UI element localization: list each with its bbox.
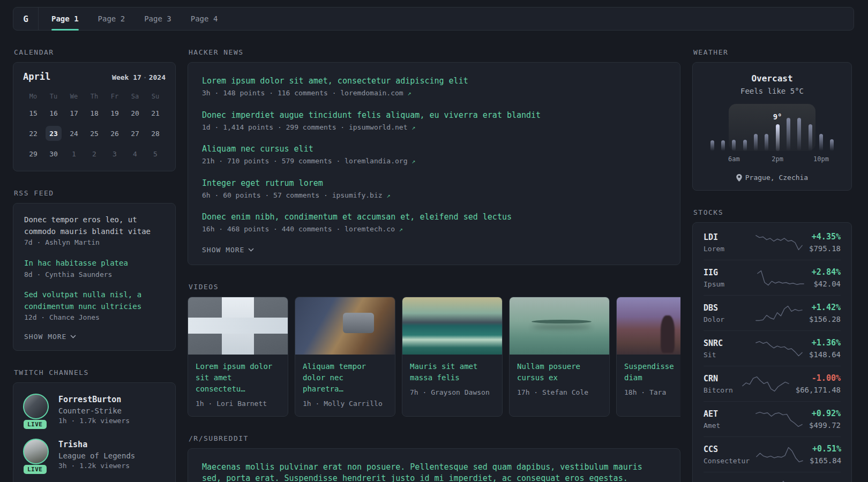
external-link-icon: ↗ bbox=[399, 225, 403, 233]
calendar-day: 27 bbox=[127, 126, 143, 141]
video-title-link[interactable]: Aliquam tempor dolor nec pharetra… bbox=[303, 361, 387, 395]
calendar-day: 2 bbox=[86, 146, 102, 161]
avatar bbox=[23, 439, 49, 464]
stock-sparkline bbox=[754, 304, 804, 322]
weather-bar bbox=[787, 118, 790, 151]
stock-row[interactable]: SNRC Sit +1.36% $148.64 bbox=[704, 330, 841, 366]
calendar-day: 16 bbox=[46, 106, 62, 120]
stock-row[interactable]: LDI Lorem +4.35% $795.18 bbox=[704, 225, 841, 260]
twitch-widget: LIVE ForrestBurton Counter-Strike 1h · 1… bbox=[13, 382, 176, 482]
hn-item-title-link[interactable]: Lorem ipsum dolor sit amet, consectetur … bbox=[202, 76, 666, 87]
videos-section-label: VIDEOS bbox=[189, 283, 680, 291]
hn-item-meta: 16h · 468 points · 440 comments · loremt… bbox=[202, 224, 666, 235]
weather-current-temp: 9° bbox=[773, 112, 782, 121]
video-title-link[interactable]: Nullam posuere cursus ex bbox=[517, 361, 602, 383]
video-card[interactable]: Suspendisse diam 18h · Tara bbox=[616, 297, 680, 417]
channel-game: Counter-Strike bbox=[58, 406, 130, 415]
rss-item-title-link[interactable]: In hac habitasse platea bbox=[24, 258, 164, 269]
video-title-link[interactable]: Mauris sit amet massa felis bbox=[410, 361, 495, 383]
stock-row[interactable]: CRN Bitcorn -1.00% $66,171.48 bbox=[704, 366, 841, 401]
video-meta: 18h · Tara bbox=[624, 387, 680, 398]
channel-meta: 1h · 1.7k viewers bbox=[58, 417, 130, 425]
hn-item-title-link[interactable]: Aliquam nec cursus elit bbox=[202, 144, 666, 155]
hn-item: Lorem ipsum dolor sit amet, consectetur … bbox=[202, 76, 666, 99]
stock-symbol: AET bbox=[704, 409, 749, 419]
external-link-icon: ↗ bbox=[411, 124, 415, 131]
page-tabs: Page 1 Page 2 Page 3 Page 4 bbox=[39, 7, 218, 30]
stock-row[interactable]: DBS Dolor +1.42% $156.28 bbox=[704, 295, 841, 330]
live-badge: LIVE bbox=[24, 465, 47, 474]
reddit-post-title-link[interactable]: Maecenas mollis pulvinar erat non posuer… bbox=[202, 462, 666, 482]
stock-change: +0.51% bbox=[810, 444, 841, 454]
stock-sparkline bbox=[741, 375, 790, 393]
stock-change: -1.00% bbox=[796, 373, 841, 383]
calendar-day: 18 bbox=[86, 106, 102, 120]
external-link-icon: ↗ bbox=[408, 89, 411, 97]
stock-sparkline bbox=[756, 479, 805, 482]
rss-item: Donec tempor eros leo, ut commodo mauris… bbox=[24, 214, 164, 248]
stock-row[interactable]: CCS Consectetur +0.51% $165.84 bbox=[704, 436, 841, 472]
rss-show-more-button[interactable]: SHOW MORE bbox=[24, 333, 76, 341]
channel-game: League of Legends bbox=[58, 451, 135, 460]
stock-row[interactable]: AET Amet +0.92% $499.72 bbox=[704, 401, 841, 436]
stock-name: Amet bbox=[704, 421, 749, 430]
calendar-day: 24 bbox=[66, 126, 82, 141]
twitch-channel-row[interactable]: LIVE Trisha League of Legends 3h · 1.2k … bbox=[23, 439, 166, 470]
weather-time-labels: 6am2pm10pm bbox=[707, 155, 837, 164]
stock-row[interactable]: IIG Ipsum +2.84% $42.04 bbox=[704, 260, 841, 295]
twitch-channel-row[interactable]: LIVE ForrestBurton Counter-Strike 1h · 1… bbox=[23, 394, 166, 425]
video-card[interactable]: Lorem ipsum dolor sit amet consectetu… 1… bbox=[188, 297, 288, 417]
twitch-section-label: TWITCH CHANNELS bbox=[14, 368, 176, 376]
tab-page-2[interactable]: Page 2 bbox=[98, 7, 125, 30]
calendar-day: 20 bbox=[127, 106, 143, 120]
video-meta: 7h · Grayson Dawson bbox=[410, 387, 495, 398]
calendar-day: 22 bbox=[25, 126, 41, 141]
chevron-down-icon bbox=[70, 335, 76, 338]
stock-price: $795.18 bbox=[809, 244, 841, 253]
video-card[interactable]: Nullam posuere cursus ex 17h · Stefan Co… bbox=[509, 297, 610, 417]
calendar-day: 17 bbox=[66, 106, 82, 120]
app-logo[interactable]: G bbox=[13, 7, 39, 30]
hacker-news-section-label: HACKER NEWS bbox=[189, 48, 680, 56]
hn-item-meta: 6h · 60 points · 57 comments · ipsumify.… bbox=[202, 190, 666, 201]
video-meta: 1h · Lori Barnett bbox=[196, 398, 280, 409]
rss-section-label: RSS FEED bbox=[14, 189, 176, 197]
hn-show-more-button[interactable]: SHOW MORE bbox=[202, 246, 254, 254]
live-badge: LIVE bbox=[24, 420, 47, 429]
weather-feels-like: Feels like 5°C bbox=[705, 87, 840, 95]
hn-item-title-link[interactable]: Donec imperdiet augue tincidunt felis al… bbox=[202, 110, 666, 121]
video-card[interactable]: Aliquam tempor dolor nec pharetra… 1h · … bbox=[295, 297, 395, 417]
rss-item-title-link[interactable]: Sed volutpat nulla nisl, a condimentum n… bbox=[24, 289, 164, 312]
calendar-day: 26 bbox=[107, 126, 123, 141]
hn-item-title-link[interactable]: Donec enim nibh, condimentum et accumsan… bbox=[202, 212, 666, 223]
rss-item-title-link[interactable]: Donec tempor eros leo, ut commodo mauris… bbox=[24, 214, 164, 237]
tab-page-1[interactable]: Page 1 bbox=[51, 7, 79, 30]
stock-name: Bitcorn bbox=[704, 386, 736, 394]
stock-name: Dolor bbox=[704, 315, 749, 323]
left-column: CALENDAR April Week 17·2024 Mo Tu We Th … bbox=[13, 31, 176, 482]
hn-item-meta: 1d · 1,414 points · 299 comments · ipsum… bbox=[202, 122, 666, 133]
stock-price: $148.64 bbox=[809, 350, 841, 359]
weather-bar bbox=[797, 118, 801, 151]
video-card[interactable]: Mauris sit amet massa felis 7h · Grayson… bbox=[402, 297, 503, 417]
hn-item-title-link[interactable]: Integer eget rutrum lorem bbox=[202, 178, 666, 189]
stock-price: $66,171.48 bbox=[796, 386, 841, 394]
weather-bar bbox=[754, 134, 758, 151]
avatar bbox=[23, 394, 49, 419]
stock-symbol: CRN bbox=[704, 374, 736, 383]
stock-symbol: IIG bbox=[704, 268, 751, 277]
video-title-link[interactable]: Lorem ipsum dolor sit amet consectetu… bbox=[196, 361, 280, 395]
calendar-month: April bbox=[23, 71, 50, 82]
stocks-section-label: STOCKS bbox=[693, 208, 852, 216]
stocks-widget: LDI Lorem +4.35% $795.18 IIG Ipsum +2.84… bbox=[692, 222, 852, 482]
right-column: WEATHER Overcast Feels like 5°C 9° 6am2p… bbox=[692, 31, 852, 482]
map-pin-icon bbox=[736, 174, 742, 182]
calendar-day: 19 bbox=[107, 106, 123, 120]
stock-row[interactable]: AHS +0.46% bbox=[704, 472, 841, 482]
tab-page-4[interactable]: Page 4 bbox=[191, 7, 218, 30]
video-title-link[interactable]: Suspendisse diam bbox=[624, 361, 669, 383]
tab-page-3[interactable]: Page 3 bbox=[144, 7, 171, 30]
stock-change: +1.42% bbox=[809, 303, 841, 312]
weather-bar bbox=[721, 140, 725, 151]
weather-section-label: WEATHER bbox=[693, 48, 852, 56]
